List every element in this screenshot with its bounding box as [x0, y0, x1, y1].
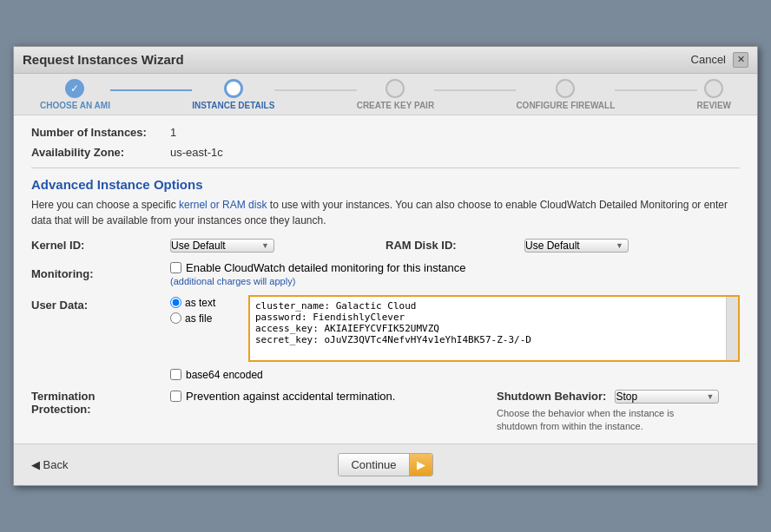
- advanced-options-desc: Here you can choose a specific kernel or…: [31, 197, 740, 228]
- termination-checkbox[interactable]: [170, 391, 181, 402]
- num-instances-value: 1: [170, 126, 176, 139]
- as-text-label: as text: [185, 297, 215, 309]
- monitoring-content: Enable CloudWatch detailed monitoring fo…: [170, 261, 466, 286]
- user-data-right: as text as file cluster_name: Galactic C…: [170, 295, 740, 362]
- as-file-label: as file: [185, 312, 212, 325]
- advanced-options-title: Advanced Instance Options: [31, 177, 740, 192]
- shutdown-behavior-group: Shutdown Behavior: Stop Choose the behav…: [497, 390, 740, 434]
- monitoring-checkbox[interactable]: [170, 262, 181, 273]
- availability-zone-value: us-east-1c: [170, 146, 223, 159]
- base64-check-label: base64 encoded: [170, 369, 263, 381]
- user-data-textarea-container: cluster_name: Galactic Cloud password: F…: [248, 295, 740, 362]
- continue-button[interactable]: Continue ▶: [338, 453, 432, 476]
- termination-content: Prevention against accidental terminatio…: [170, 390, 395, 403]
- step-choose-ami: ✓ CHOOSE AN AMI: [40, 79, 110, 115]
- num-instances-row: Number of Instances: 1: [31, 126, 740, 139]
- continue-button-label: Continue: [339, 454, 409, 476]
- step-circle-choose-ami: ✓: [65, 79, 84, 98]
- user-data-textarea[interactable]: cluster_name: Galactic Cloud password: F…: [250, 297, 738, 358]
- monitoring-label: Monitoring:: [31, 267, 170, 280]
- step-create-key-pair: CREATE KEY PAIR: [357, 79, 434, 115]
- as-text-radio-label: as text: [170, 297, 240, 309]
- line-4: [615, 89, 696, 91]
- availability-zone-row: Availability Zone: us-east-1c: [31, 146, 740, 159]
- dialog-title: Request Instances Wizard: [23, 52, 184, 67]
- back-link[interactable]: ◀ Back: [31, 458, 69, 471]
- step-configure-firewall: CONFIGURE FIREWALL: [516, 79, 615, 115]
- step-label-instance-details: INSTANCE DETAILS: [192, 101, 274, 110]
- shutdown-behavior-select[interactable]: Stop: [615, 390, 719, 404]
- step-circle-review: [704, 79, 723, 98]
- availability-zone-label: Availability Zone:: [31, 146, 170, 159]
- base64-row: base64 encoded: [31, 369, 740, 381]
- request-instances-wizard-dialog: Request Instances Wizard Cancel ✕ ✓ CHOO…: [13, 46, 758, 487]
- user-data-section: User Data: as text as file cluster_name:…: [31, 295, 740, 362]
- line-3: [434, 89, 516, 91]
- as-file-radio[interactable]: [170, 312, 181, 324]
- step-label-create-key-pair: CREATE KEY PAIR: [357, 101, 434, 110]
- ram-disk-id-select[interactable]: Use Default: [524, 239, 629, 253]
- continue-button-icon: ▶: [410, 454, 432, 476]
- step-circle-create-key-pair: [386, 79, 405, 98]
- kernel-id-select-wrapper: Use Default: [170, 239, 274, 253]
- termination-group: TerminationProtection: Prevention agains…: [31, 390, 497, 416]
- shutdown-behavior-select-wrapper: Stop: [615, 390, 719, 404]
- step-circle-configure-firewall: [556, 79, 575, 98]
- step-review: REVIEW: [697, 79, 731, 115]
- as-text-radio[interactable]: [170, 297, 181, 308]
- userdata-radios: as text as file: [170, 295, 240, 362]
- kernel-id-group: Kernel ID: Use Default: [31, 239, 386, 253]
- shutdown-behavior-row: Shutdown Behavior: Stop: [497, 390, 740, 404]
- step-circle-instance-details: [224, 79, 243, 98]
- kernel-ram-link[interactable]: kernel or RAM disk: [179, 199, 267, 211]
- monitoring-row: Monitoring: Enable CloudWatch detailed m…: [31, 261, 740, 286]
- dialog-body: Number of Instances: 1 Availability Zone…: [14, 115, 757, 444]
- step-label-configure-firewall: CONFIGURE FIREWALL: [516, 101, 615, 110]
- step-label-review: REVIEW: [697, 101, 731, 110]
- termination-shutdown-row: TerminationProtection: Prevention agains…: [31, 390, 740, 434]
- monitoring-note: (additional charges will apply): [170, 276, 466, 286]
- base64-encoded-label: base64 encoded: [186, 369, 263, 381]
- line-1: [110, 89, 192, 91]
- textarea-scrollbar[interactable]: [726, 297, 738, 360]
- title-right-area: Cancel ✕: [691, 52, 748, 68]
- kernel-ram-row: Kernel ID: Use Default RAM Disk ID: Use …: [31, 239, 740, 253]
- dialog-title-bar: Request Instances Wizard Cancel ✕: [14, 47, 757, 74]
- wizard-steps-bar: ✓ CHOOSE AN AMI INSTANCE DETAILS CREATE …: [14, 74, 757, 115]
- termination-checkbox-label: Prevention against accidental terminatio…: [186, 390, 395, 403]
- as-file-radio-label: as file: [170, 312, 240, 325]
- divider-1: [31, 167, 740, 168]
- cancel-link[interactable]: Cancel: [691, 53, 726, 66]
- user-data-label: User Data:: [31, 295, 170, 312]
- shutdown-behavior-desc: Choose the behavior when the instance is…: [497, 407, 696, 434]
- monitoring-checkbox-label: Enable CloudWatch detailed monitoring fo…: [186, 261, 466, 274]
- num-instances-label: Number of Instances:: [31, 126, 170, 139]
- step-label-choose-ami: CHOOSE AN AMI: [40, 101, 110, 110]
- monitoring-check: Enable CloudWatch detailed monitoring fo…: [170, 261, 466, 274]
- shutdown-behavior-label: Shutdown Behavior:: [497, 390, 606, 403]
- ram-disk-id-group: RAM Disk ID: Use Default: [386, 239, 740, 253]
- ram-disk-id-select-wrapper: Use Default: [524, 239, 629, 253]
- line-2: [274, 89, 356, 91]
- kernel-id-label: Kernel ID:: [31, 239, 170, 252]
- kernel-id-select[interactable]: Use Default: [170, 239, 274, 253]
- termination-protection-label: TerminationProtection:: [31, 390, 170, 416]
- step-instance-details: INSTANCE DETAILS: [192, 79, 274, 115]
- base64-checkbox[interactable]: [170, 369, 181, 380]
- close-button[interactable]: ✕: [733, 52, 748, 68]
- dialog-footer: ◀ Back Continue ▶: [14, 443, 757, 485]
- ram-disk-id-label: RAM Disk ID:: [386, 239, 524, 252]
